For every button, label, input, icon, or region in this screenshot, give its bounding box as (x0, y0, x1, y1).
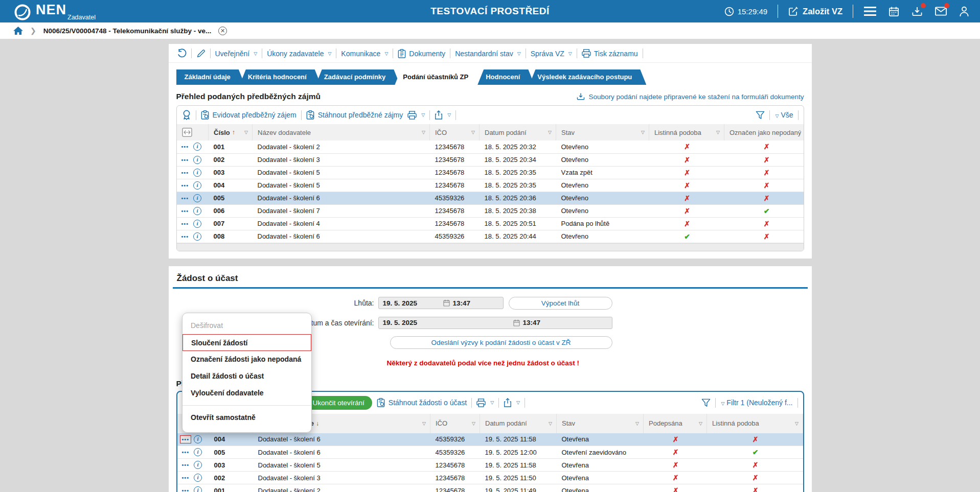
undo-button[interactable] (177, 49, 187, 58)
col-ico[interactable]: IČO▽ (430, 124, 480, 140)
user-profile-button[interactable] (958, 5, 971, 18)
close-tab-icon[interactable]: ✕ (218, 27, 227, 35)
col-nepodany[interactable]: Označen jako nepodaný (724, 124, 804, 140)
row-menu-icon[interactable]: ••• (180, 143, 191, 150)
info-icon[interactable]: i (193, 207, 201, 215)
table-row[interactable]: •••i002Dodavatel - školení 31234567818. … (177, 153, 804, 166)
row-menu-icon[interactable]: ••• (180, 182, 191, 189)
menu-sprava-vz[interactable]: Správa VZ▽ (531, 50, 572, 58)
row-menu-icon[interactable]: ••• (180, 169, 191, 176)
menu-item-slouceni-zadosti[interactable]: Sloučení žádostí (183, 334, 311, 351)
col-stav[interactable]: Stav▽ (556, 124, 649, 140)
row-menu-icon[interactable]: ••• (180, 233, 191, 240)
end-opening-button[interactable]: Ukončit otevírání (305, 396, 372, 410)
table-row[interactable]: •••i001Dodavatel - školení 21234567818. … (177, 140, 804, 153)
table-row[interactable]: •••i008Dodavatel - školení 64535932618. … (177, 230, 804, 243)
filter-select[interactable]: ▽ Vše (774, 111, 793, 119)
filter-button[interactable] (701, 399, 711, 407)
table-row[interactable]: •••i002Dodavatel - školení 31234567819. … (177, 472, 803, 484)
menu-tisk-zaznamu[interactable]: Tisk záznamu (582, 49, 638, 58)
info-icon[interactable]: i (194, 448, 202, 456)
calendar-button[interactable] (887, 5, 900, 18)
info-icon[interactable]: i (193, 232, 201, 241)
col-cislo[interactable]: Číslo↑▽ (209, 124, 253, 140)
info-icon[interactable]: i (194, 474, 202, 482)
table-row[interactable]: •••i003Dodavatel - školení 51234567819. … (177, 459, 803, 472)
column-filter-icon[interactable]: ▽ (641, 130, 645, 135)
messages-button[interactable] (934, 5, 947, 18)
info-icon[interactable]: i (193, 181, 201, 190)
row-menu-icon[interactable]: ••• (180, 207, 191, 215)
tab-podani-ucastniku[interactable]: Podání účastníků ZP (395, 69, 483, 85)
row-menu-icon[interactable]: ••• (180, 487, 191, 492)
tab-zakladni-udaje[interactable]: Základní údaje (176, 69, 245, 85)
column-filter-icon[interactable]: ▽ (635, 421, 639, 426)
info-icon[interactable]: i (193, 169, 201, 177)
col-listinna[interactable]: Listinná podoba▽ (707, 414, 803, 433)
calendar-small-icon[interactable] (513, 319, 520, 326)
print-grid-button[interactable]: ▽ (407, 111, 425, 120)
breadcrumb-item[interactable]: N006/25/V00004748 - Telekomunikační služ… (43, 27, 211, 35)
tab-kriteria-hodnoceni[interactable]: Kritéria hodnocení (240, 69, 321, 85)
edit-button[interactable] (196, 49, 206, 58)
table-row[interactable]: •••i003Dodavatel - školení 51234567818. … (177, 166, 804, 179)
info-icon[interactable]: i (194, 461, 202, 469)
export-grid-button[interactable]: ▽ (504, 398, 520, 407)
calc-deadlines-button[interactable]: Výpočet lhůt (509, 297, 612, 310)
horizontal-scrollbar[interactable] (177, 243, 804, 251)
row-menu-icon[interactable]: ••• (180, 461, 191, 468)
info-icon[interactable]: i (194, 486, 202, 492)
menu-uverejneni[interactable]: Uveřejnění▽ (215, 50, 258, 58)
table-row[interactable]: •••i004Dodavatel - školení 51234567818. … (177, 179, 804, 192)
filter-select[interactable]: ▽ Filtr 1 (Neuložený f... (720, 399, 793, 407)
column-filter-icon[interactable]: ▽ (716, 130, 720, 135)
info-icon[interactable]: i (193, 194, 201, 202)
menu-komunikace[interactable]: Komunikace▽ (341, 50, 388, 58)
opening-field[interactable]: 19. 5. 2025 13:47 (378, 317, 612, 329)
tab-hodnoceni[interactable]: Hodnocení (477, 69, 534, 85)
tab-zadavaci-podminky[interactable]: Zadávací podmínky (316, 69, 400, 85)
menu-item-otevrit-samostatne[interactable]: Otevřít samostatně (183, 409, 311, 426)
home-icon[interactable] (13, 27, 23, 35)
column-filter-icon[interactable]: ▽ (548, 130, 552, 135)
filter-button[interactable] (756, 111, 765, 120)
col-listinna[interactable]: Listinná podoba▽ (649, 124, 724, 140)
print-grid-button[interactable]: ▽ (476, 399, 494, 407)
col-ico[interactable]: IČO▽ (430, 414, 480, 433)
menu-item-detail-zadosti[interactable]: Detail žádosti o účast (183, 368, 311, 385)
stahnout-zajmy-button[interactable]: Stáhnout předběžné zájmy (306, 110, 403, 120)
table-row[interactable]: •••i005Dodavatel - školení 64535932618. … (177, 192, 804, 204)
row-menu-icon[interactable]: ••• (180, 449, 191, 456)
table-row[interactable]: •••i004Dodavatel - školení 64535932619. … (177, 433, 803, 446)
info-icon[interactable]: i (194, 435, 202, 443)
table-row[interactable]: •••i001Dodavatel - školení 21234567819. … (177, 484, 803, 492)
download-note-link[interactable]: Soubory podání najdete připravené ke sta… (577, 92, 804, 101)
menu-dokumenty[interactable]: Dokumenty (398, 49, 445, 58)
deadline-field[interactable]: 19. 5. 2025 13:47 (378, 297, 504, 309)
column-chooser[interactable] (177, 124, 209, 140)
calendar-small-icon[interactable] (443, 299, 450, 307)
tab-vysledek[interactable]: Výsledek zadávacího postupu (529, 69, 646, 85)
downloads-button[interactable] (910, 5, 924, 18)
nen-logo[interactable]: NEN Zadavatel (13, 1, 96, 21)
evidovat-zajem-button[interactable]: Evidovat předběžný zájem (201, 110, 297, 120)
menu-item-vylouceni-dodavatele[interactable]: Vyloučení dodavatele (183, 385, 311, 402)
menu-ukony-zadavatele[interactable]: Úkony zadavatele▽ (267, 50, 331, 58)
row-menu-icon[interactable]: ••• (180, 220, 191, 227)
col-stav[interactable]: Stav▽ (557, 414, 644, 433)
column-filter-icon[interactable]: ▽ (471, 130, 475, 135)
info-icon[interactable]: i (193, 156, 201, 164)
table-row[interactable]: •••i006Dodavatel - školení 71234567818. … (177, 204, 804, 217)
column-filter-icon[interactable]: ▽ (699, 421, 702, 426)
table-row[interactable]: •••i005Dodavatel - školení 64535932619. … (177, 446, 803, 459)
row-menu-icon[interactable]: ••• (180, 474, 191, 481)
stahnout-zadosti-button[interactable]: Stáhnout žádosti o účast (377, 398, 467, 407)
col-datum[interactable]: Datum podání▽ (480, 414, 557, 433)
col-podepsana[interactable]: Podepsána▽ (644, 414, 707, 433)
create-vz-button[interactable]: Založit VZ (788, 6, 842, 16)
menu-nestandardni-stav[interactable]: Nestandardní stav▽ (455, 50, 521, 58)
row-menu-icon[interactable]: ••• (180, 156, 191, 163)
seal-button[interactable] (182, 110, 191, 120)
table-row[interactable]: •••i007Dodavatel - školení 41234567818. … (177, 217, 804, 230)
column-filter-icon[interactable]: ▽ (422, 130, 425, 135)
